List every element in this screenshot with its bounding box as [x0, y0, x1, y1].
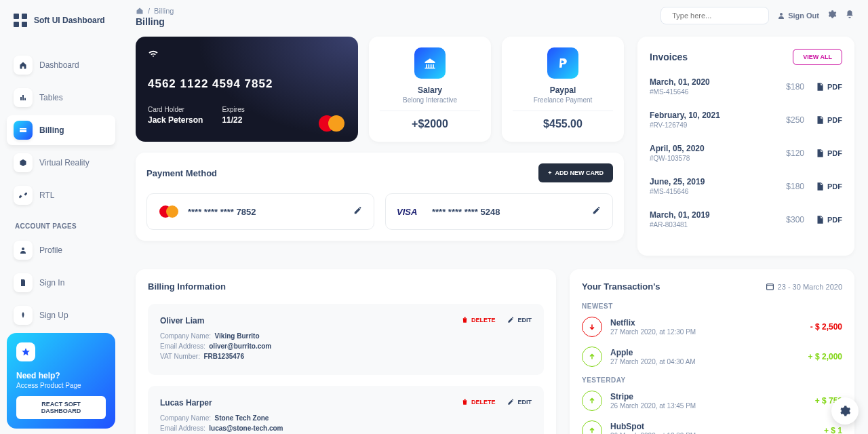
- card-number: 4562 1122 4594 7852: [148, 77, 346, 91]
- chart-icon: [14, 88, 33, 107]
- house-icon: [14, 56, 33, 75]
- invoice-row: February, 10, 2021#RV-126749$250PDF: [650, 111, 842, 129]
- help-subtitle: Access Product Page: [16, 382, 106, 389]
- pdf-button[interactable]: PDF: [815, 115, 842, 125]
- home-icon[interactable]: [136, 7, 144, 15]
- settings-icon[interactable]: [827, 9, 837, 22]
- user-icon: [777, 12, 785, 20]
- sidebar-item-tables[interactable]: Tables: [7, 83, 115, 113]
- breadcrumb: / Billing: [136, 7, 174, 15]
- transaction-row: HubSpot26 March 2020, at 12:30 PM+ $ 1: [582, 420, 842, 434]
- edit-button[interactable]: EDIT: [507, 398, 532, 406]
- billing-info-panel: Billing Information Oliver LiamDELETEEDI…: [136, 269, 556, 434]
- settings-fab[interactable]: [831, 397, 859, 425]
- transactions-date-range: 23 - 30 March 2020: [766, 282, 842, 291]
- card-expiry: 11/22: [222, 115, 244, 125]
- invoice-row: March, 01, 2020#MS-415646$180PDF: [650, 77, 842, 96]
- tool-icon: [14, 186, 33, 205]
- view-all-button[interactable]: VIEW ALL: [793, 49, 842, 65]
- document-icon: [14, 273, 33, 292]
- billing-info-title: Billing Information: [148, 281, 544, 292]
- edit-card-icon[interactable]: [592, 205, 601, 218]
- delete-button[interactable]: DELETE: [461, 316, 496, 323]
- star-icon: [16, 342, 35, 361]
- billing-item: Lucas HarperDELETEEDITCompany Name: Ston…: [148, 386, 544, 434]
- sidebar-item-signin[interactable]: Sign In: [7, 268, 115, 298]
- svg-rect-1: [22, 14, 27, 19]
- sidebar-item-label: Dashboard: [39, 60, 79, 70]
- help-title: Need help?: [16, 371, 106, 380]
- card-holder: Jack Peterson: [148, 115, 203, 125]
- payment-card-visa: VISA **** **** **** 5248: [385, 193, 613, 230]
- sidebar-item-signup[interactable]: Sign Up: [7, 300, 115, 330]
- svg-point-7: [780, 13, 783, 16]
- mastercard-icon: [317, 115, 346, 132]
- sidebar-item-rtl[interactable]: RTL: [7, 180, 115, 210]
- brand[interactable]: Soft UI Dashboard: [7, 12, 115, 41]
- svg-point-4: [22, 248, 24, 250]
- delete-button[interactable]: DELETE: [461, 398, 496, 406]
- bank-icon: [414, 47, 446, 79]
- transaction-row: Stripe26 March 2020, at 13:45 PM+ $ 750: [582, 391, 842, 411]
- sidebar-item-label: Tables: [39, 93, 63, 102]
- pdf-button[interactable]: PDF: [815, 82, 842, 92]
- sidebar-item-label: Virtual Reality: [39, 158, 90, 167]
- arrow-up-icon: [582, 391, 602, 411]
- svg-point-11: [166, 205, 178, 218]
- sidebar-item-label: Sign Up: [39, 311, 68, 320]
- mastercard-icon: [158, 205, 180, 218]
- sidebar-item-label: Sign In: [39, 278, 64, 288]
- pdf-button[interactable]: PDF: [815, 215, 842, 224]
- svg-rect-0: [14, 14, 19, 19]
- sidebar-item-dashboard[interactable]: Dashboard: [7, 50, 115, 80]
- arrow-up-icon: [582, 347, 602, 367]
- svg-rect-2: [14, 22, 19, 27]
- search-input[interactable]: [672, 12, 766, 20]
- breadcrumb-current: Billing: [154, 7, 174, 15]
- pdf-button[interactable]: PDF: [815, 182, 842, 191]
- bell-icon[interactable]: [845, 9, 854, 22]
- transactions-title: Your Transaction's: [582, 281, 660, 292]
- invoices-title: Invoices: [650, 52, 688, 62]
- invoices-panel: Invoices VIEW ALL March, 01, 2020#MS-415…: [637, 37, 854, 256]
- rocket-icon: [14, 306, 33, 325]
- signout-link[interactable]: Sign Out: [777, 12, 819, 20]
- transaction-row: Netflix27 March 2020, at 12:30 PM- $ 2,5…: [582, 317, 842, 337]
- sidebar-item-vr[interactable]: Virtual Reality: [7, 148, 115, 178]
- invoice-row: June, 25, 2019#MS-415646$180PDF: [650, 177, 842, 195]
- pdf-button[interactable]: PDF: [815, 149, 842, 158]
- topbar: / Billing Billing Sign Out: [136, 7, 854, 27]
- sidebar-item-label: Billing: [39, 125, 64, 135]
- main: / Billing Billing Sign Out 4562 1122 459…: [122, 0, 868, 434]
- visa-icon: VISA: [397, 207, 424, 216]
- paypal-card: Paypal Freelance Payment $455.00: [502, 37, 624, 142]
- arrow-down-icon: [582, 317, 602, 337]
- payment-method: Payment Method +ADD NEW CARD **** **** *…: [136, 153, 624, 241]
- calendar-icon: [766, 282, 774, 291]
- add-new-card-button[interactable]: +ADD NEW CARD: [538, 163, 613, 182]
- card-icon: [14, 121, 33, 140]
- plus-icon: +: [548, 170, 551, 176]
- edit-card-icon[interactable]: [353, 205, 363, 218]
- billing-item: Oliver LiamDELETEEDITCompany Name: Vikin…: [148, 304, 544, 375]
- account-pages-label: ACCOUNT PAGES: [7, 213, 115, 235]
- invoice-row: March, 01, 2019#AR-803481$300PDF: [650, 210, 842, 229]
- transaction-row: Apple27 March 2020, at 04:30 AM+ $ 2,000: [582, 347, 842, 367]
- sidebar-item-billing[interactable]: Billing: [7, 115, 115, 145]
- sidebar-item-profile[interactable]: Profile: [7, 235, 115, 265]
- user-icon: [14, 241, 33, 260]
- wifi-icon: [148, 49, 159, 60]
- sidebar: Soft UI Dashboard Dashboard Tables Billi…: [0, 0, 122, 434]
- edit-button[interactable]: EDIT: [507, 316, 532, 323]
- search-box[interactable]: [660, 7, 769, 24]
- help-button[interactable]: REACT SOFT DASHBOARD: [16, 396, 106, 419]
- brand-label: Soft UI Dashboard: [34, 16, 105, 25]
- sidebar-item-label: Profile: [39, 245, 62, 255]
- help-card: Need help? Access Product Page REACT SOF…: [7, 333, 115, 429]
- payment-method-title: Payment Method: [146, 168, 217, 178]
- payment-card-mastercard: **** **** **** 7852: [146, 193, 374, 230]
- svg-point-9: [328, 115, 344, 132]
- arrow-up-icon: [582, 420, 602, 434]
- invoice-row: April, 05, 2020#QW-103578$120PDF: [650, 144, 842, 162]
- salary-card: Salary Belong Interactive +$2000: [369, 37, 491, 142]
